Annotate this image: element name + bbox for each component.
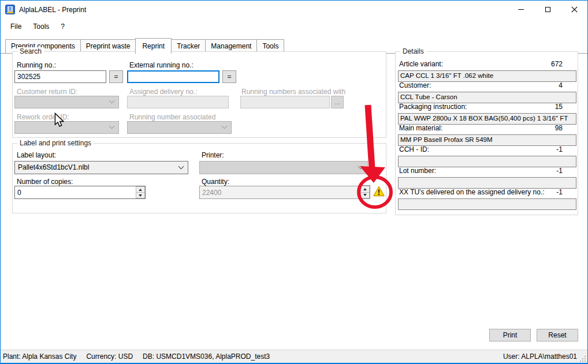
- label-layout-combo[interactable]: Pallet4x6Std1bcV1.nlbl: [14, 161, 188, 174]
- number-of-copies-label: Number of copies:: [17, 178, 73, 186]
- warning-icon: [373, 186, 385, 197]
- main-material-label: Main material:: [399, 124, 442, 132]
- minimize-button[interactable]: [508, 1, 534, 18]
- cch-id-value: -1: [556, 145, 563, 153]
- number-of-copies-stepper[interactable]: [14, 186, 146, 199]
- rework-order-id-label: Rework order ID:: [17, 113, 69, 121]
- detail-label-row: Article variant: 672: [399, 60, 563, 68]
- tus-delivered-label: XX TU's delivered on the assigned delive…: [399, 188, 545, 196]
- search-group: Search Running no.: = External running n…: [12, 51, 386, 138]
- lot-number-text: [398, 177, 576, 189]
- cch-id-text: [398, 156, 576, 167]
- details-group: Details Article variant: 672 CAP CCL 1 3…: [395, 51, 578, 215]
- status-plant: Plant: Alpla Kansas City: [3, 352, 76, 361]
- resize-grip-icon: [580, 355, 586, 362]
- lot-number-value: -1: [556, 167, 563, 175]
- running-no-label: Running no.:: [17, 61, 56, 69]
- article-variant-value: 672: [551, 60, 563, 68]
- copies-down-button[interactable]: [136, 193, 145, 198]
- chevron-down-icon: [109, 123, 115, 129]
- detail-label-row: Packaging instruction: 15: [399, 103, 563, 111]
- running-no-input[interactable]: [14, 70, 106, 83]
- lot-number-label: Lot number:: [399, 167, 436, 175]
- label-print-settings-caption: Label and print settings: [17, 139, 94, 147]
- main-material-value: 98: [555, 124, 563, 132]
- external-running-no-input[interactable]: [127, 70, 219, 83]
- running-number-associated-label: Running number associated: [129, 113, 215, 121]
- minimize-icon: [518, 9, 524, 10]
- cch-id-label: CCH - ID:: [399, 145, 429, 153]
- label-layout-value: Pallet4x6Std1bcV1.nlbl: [18, 163, 89, 171]
- printer-combo: [199, 161, 368, 174]
- packaging-instruction-value: 15: [555, 103, 563, 111]
- menu-bar: File Tools ?: [1, 18, 587, 35]
- customer-value: 4: [559, 81, 563, 89]
- reset-button[interactable]: Reset: [537, 329, 578, 342]
- running-number-associated-combo: [127, 121, 232, 134]
- assigned-delivery-no-label: Assigned delivery no.:: [129, 88, 197, 96]
- quantity-stepper[interactable]: [360, 185, 370, 199]
- article-variant-label: Article variant:: [399, 60, 443, 68]
- menu-file[interactable]: File: [5, 20, 27, 33]
- maximize-button[interactable]: [534, 1, 561, 18]
- packaging-instruction-text: PAL WWP 2800u X 18 BOX BAG(50,400 pcs) 1…: [398, 113, 576, 125]
- external-running-no-equals-button[interactable]: =: [222, 70, 236, 83]
- tus-delivered-text: [398, 198, 576, 210]
- quantity-input: [199, 186, 359, 199]
- quantity-up-button[interactable]: [360, 186, 370, 193]
- customer-label: Customer:: [399, 81, 431, 89]
- status-db: DB: USMCD1VMS036, AlplaPROD_test3: [143, 352, 270, 361]
- close-icon: [571, 6, 578, 13]
- external-running-no-label: External running no.:: [129, 61, 193, 69]
- customer-return-id-combo: [14, 96, 119, 108]
- print-button[interactable]: Print: [489, 329, 531, 342]
- status-user: User: ALPLA\matthes01: [503, 352, 577, 361]
- up-arrow-icon: [363, 188, 367, 190]
- app-icon: [5, 5, 15, 14]
- chevron-down-icon: [358, 163, 364, 169]
- copies-up-button[interactable]: [136, 186, 145, 193]
- search-group-caption: Search: [17, 47, 44, 55]
- quantity-down-button[interactable]: [360, 193, 370, 199]
- details-group-caption: Details: [400, 47, 426, 55]
- status-currency: Currency: USD: [86, 352, 133, 361]
- quantity-label: Quantity:: [202, 178, 229, 186]
- article-variant-text: CAP CCL 1 3/16" FT .062 white: [398, 70, 576, 82]
- title-bar: AlplaLABEL - Preprint: [1, 1, 587, 18]
- up-arrow-icon: [139, 189, 142, 191]
- menu-tools[interactable]: Tools: [27, 20, 55, 33]
- running-numbers-associated-with-label: Running numbers associated with: [241, 88, 345, 96]
- chevron-down-icon: [109, 98, 115, 104]
- rework-order-id-combo: [14, 121, 119, 134]
- menu-help[interactable]: ?: [55, 20, 70, 33]
- status-bar: Plant: Alpla Kansas City Currency: USD D…: [1, 350, 587, 363]
- customer-text: CCL Tube - Carson: [398, 92, 576, 103]
- detail-label-row: Lot number: -1: [399, 167, 563, 175]
- number-of-copies-input[interactable]: [15, 186, 135, 198]
- window-title: AlplaLABEL - Preprint: [19, 6, 86, 14]
- maximize-icon: [545, 7, 550, 12]
- down-arrow-icon: [363, 194, 367, 196]
- tus-delivered-value: -1: [556, 188, 563, 196]
- tab-reprint[interactable]: Reprint: [135, 38, 172, 54]
- app-window: AlplaLABEL - Preprint File Tools ? Prepr…: [0, 0, 588, 364]
- detail-label-row: Main material: 98: [399, 124, 563, 132]
- assigned-delivery-no-input: [127, 96, 229, 108]
- detail-label-row: CCH - ID: -1: [399, 145, 563, 153]
- customer-return-id-label: Customer return ID:: [17, 88, 77, 96]
- detail-label-row: XX TU's delivered on the assigned delive…: [399, 188, 563, 196]
- label-layout-label: Label layout:: [17, 151, 56, 159]
- label-print-settings-group: Label and print settings Label layout: P…: [12, 143, 386, 213]
- main-material-text: MM PP Basell Profax SR 549M: [398, 134, 576, 146]
- running-numbers-browse-button: ...: [331, 96, 344, 108]
- detail-label-row: Customer: 4: [399, 81, 563, 89]
- chevron-down-icon: [178, 163, 184, 169]
- down-arrow-icon: [139, 194, 142, 197]
- printer-label: Printer:: [202, 151, 224, 159]
- running-numbers-associated-with-input: [240, 96, 330, 108]
- running-no-equals-button[interactable]: =: [109, 70, 123, 83]
- chevron-down-icon: [222, 123, 228, 129]
- packaging-instruction-label: Packaging instruction:: [399, 103, 467, 111]
- close-button[interactable]: [561, 1, 587, 18]
